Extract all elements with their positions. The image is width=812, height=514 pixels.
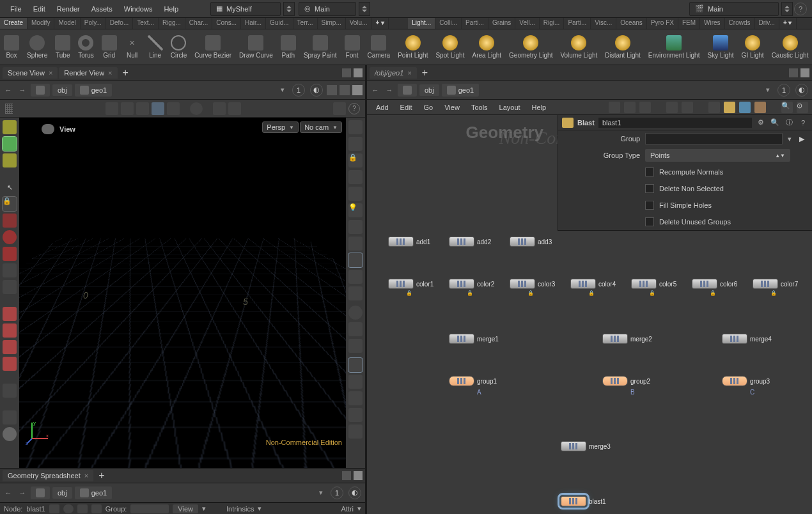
- tool-btn-icon[interactable]: [3, 214, 17, 228]
- tool-btn-icon[interactable]: [3, 153, 17, 167]
- node-name-field[interactable]: blast1: [598, 118, 752, 128]
- tool-btn-icon[interactable]: [3, 357, 17, 371]
- crumb-tree[interactable]: [398, 84, 417, 97]
- tool-arrow-icon[interactable]: ↖: [3, 180, 17, 194]
- link-icon[interactable]: ◐: [795, 84, 808, 97]
- pin-icon[interactable]: 1: [331, 487, 343, 499]
- rs-btn-icon[interactable]: [348, 253, 363, 267]
- group-input[interactable]: [645, 133, 783, 144]
- nm-icon[interactable]: [682, 102, 693, 113]
- rs-btn-icon[interactable]: [348, 237, 363, 251]
- node-add1[interactable]: add1: [388, 237, 430, 247]
- tool-tube[interactable]: Tube: [51, 29, 74, 65]
- tool-camera[interactable]: Camera: [364, 29, 394, 65]
- shelf-tab[interactable]: Rigg...: [159, 18, 185, 29]
- shelf-tab[interactable]: Visc...: [591, 18, 616, 29]
- view-select[interactable]: View: [173, 504, 198, 513]
- rs-btn-icon[interactable]: [348, 408, 363, 422]
- menu-windows[interactable]: Windows: [119, 3, 158, 15]
- shelf-tab[interactable]: Pyro FX: [647, 18, 678, 29]
- tab-network-path[interactable]: /obj/geo1×: [370, 67, 417, 79]
- network-view[interactable]: Non-Commercial Edition Geometry add1 add…: [367, 115, 812, 514]
- shelf-tab-create[interactable]: Create: [0, 18, 27, 29]
- add-tab[interactable]: +: [418, 67, 432, 79]
- tool-btn-icon[interactable]: [3, 384, 17, 398]
- node-color4[interactable]: color4🔒: [570, 279, 616, 289]
- nm-search-icon[interactable]: 🔍: [781, 102, 793, 113]
- crumb-obj[interactable]: obj: [52, 84, 72, 96]
- bb-btn-icon[interactable]: [49, 504, 59, 513]
- node-merge3[interactable]: merge3: [561, 441, 611, 451]
- vt-btn-icon[interactable]: [213, 102, 226, 115]
- tool-lock-icon[interactable]: 🔒: [3, 197, 17, 211]
- tab-geo-spreadsheet[interactable]: Geometry Spreadsheet×: [3, 470, 93, 481]
- rs-btn-icon[interactable]: [348, 358, 363, 372]
- shelf-tab[interactable]: Char...: [185, 18, 212, 29]
- dropdown-icon[interactable]: ▾: [277, 84, 288, 96]
- tool-null[interactable]: ✕Null: [121, 29, 144, 65]
- shelf-tab[interactable]: Driv...: [755, 18, 779, 29]
- pane-layout-icon[interactable]: [342, 68, 351, 77]
- node-merge2[interactable]: merge2: [602, 334, 652, 344]
- vt-snap-icon[interactable]: [152, 102, 164, 115]
- shelf-tab[interactable]: Guid...: [266, 18, 293, 29]
- nmenu-tools[interactable]: Tools: [466, 101, 493, 114]
- node-add3[interactable]: add3: [510, 237, 552, 247]
- pin-icon[interactable]: 1: [292, 84, 305, 97]
- vt-rotate-icon[interactable]: [121, 102, 134, 115]
- node-add2[interactable]: add2: [449, 237, 491, 247]
- close-icon[interactable]: ×: [84, 472, 88, 479]
- help-icon[interactable]: ?: [798, 118, 808, 128]
- node-color1[interactable]: color1🔒: [388, 279, 433, 289]
- shelf-tab[interactable]: Crowds: [725, 18, 755, 29]
- tool-btn-icon[interactable]: [3, 340, 17, 354]
- nav-fwd[interactable]: →: [17, 84, 28, 96]
- nm-icon[interactable]: [754, 102, 766, 113]
- shelf-tab[interactable]: Parti...: [462, 18, 488, 29]
- delete-nonselected-check[interactable]: [645, 184, 654, 193]
- shelf-tab[interactable]: Text...: [133, 18, 159, 29]
- tool-spray[interactable]: Spray Paint: [300, 29, 341, 65]
- nm-zoom-icon[interactable]: ⊙: [797, 102, 808, 113]
- shelf-tab[interactable]: Poly...: [81, 18, 106, 29]
- tool-sky-light[interactable]: Sky Light: [703, 29, 737, 65]
- viewport-grid[interactable]: [19, 238, 346, 468]
- bb-btn-icon[interactable]: [91, 504, 102, 513]
- shelf-arrows-2[interactable]: [359, 2, 370, 16]
- menu-assets[interactable]: Assets: [86, 3, 118, 15]
- menu-file[interactable]: File: [5, 3, 27, 15]
- fill-holes-check[interactable]: [645, 201, 654, 210]
- rs-bulb-icon[interactable]: 💡: [348, 203, 363, 217]
- crumb-obj[interactable]: obj: [52, 487, 72, 499]
- pane-max-icon[interactable]: [354, 68, 363, 77]
- shelf-tab[interactable]: Terr...: [293, 18, 318, 29]
- info-icon[interactable]: ⓘ: [784, 118, 794, 128]
- nav-fwd[interactable]: →: [17, 487, 28, 499]
- tool-btn-icon[interactable]: [3, 230, 17, 244]
- shelf-tab[interactable]: Cons...: [212, 18, 241, 29]
- shelf-tab[interactable]: Parti...: [564, 18, 591, 29]
- pane-max-icon[interactable]: [354, 471, 363, 480]
- tab-scene-view[interactable]: Scene View×: [3, 67, 58, 79]
- dropdown-icon[interactable]: ▾: [762, 84, 774, 96]
- rs-btn-icon[interactable]: [348, 424, 363, 439]
- tool-vol-light[interactable]: Volume Light: [556, 29, 601, 65]
- shelf-tab[interactable]: Vell...: [515, 18, 539, 29]
- node-color2[interactable]: color2🔒: [449, 279, 494, 289]
- rs-btn-icon[interactable]: [348, 286, 363, 300]
- tool-btn-icon[interactable]: [3, 280, 17, 294]
- tool-btn-icon[interactable]: [3, 263, 17, 277]
- dropdown-icon[interactable]: ▾: [202, 504, 206, 513]
- nav-fwd[interactable]: →: [384, 84, 395, 96]
- pane-max-icon[interactable]: [800, 68, 809, 77]
- rs-btn-icon[interactable]: [348, 391, 363, 405]
- node-color7[interactable]: color7🔒: [753, 279, 798, 289]
- rs-btn-icon[interactable]: [348, 220, 363, 234]
- recompute-normals-check[interactable]: [645, 167, 654, 176]
- shelf-tab[interactable]: Model: [54, 18, 80, 29]
- tool-circle[interactable]: Circle: [167, 29, 191, 65]
- rs-btn-icon[interactable]: [348, 306, 363, 320]
- tool-box[interactable]: Box: [0, 29, 23, 65]
- crumb-geo1[interactable]: geo1: [75, 487, 112, 499]
- rs-btn-icon[interactable]: [348, 339, 363, 353]
